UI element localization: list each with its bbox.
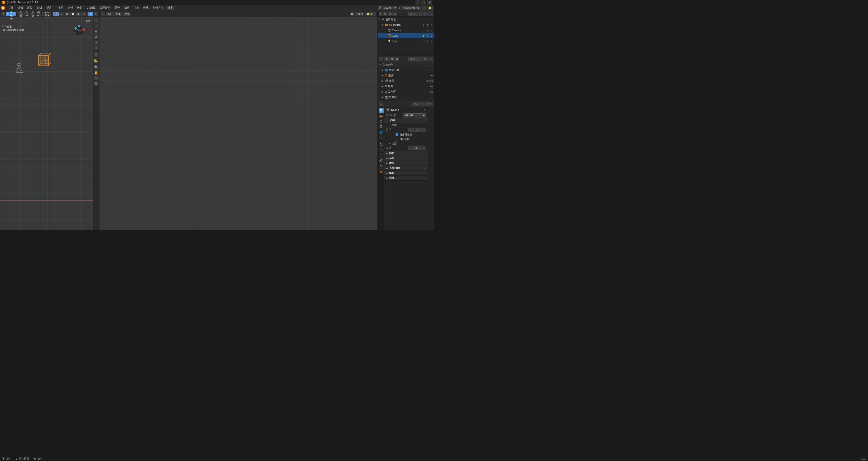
menu-render[interactable]: 渲染 [25,6,34,10]
viewport[interactable]: ⌖ ⬡ 物体模式 ▾ 视图 选择 添加 物体 ▸ 全局 ▾ 🧲 ⊙ [0,11,99,230]
select-menu-btn[interactable]: 选择 [24,12,29,16]
menu-compositing[interactable]: 合成 [141,6,150,10]
data-browser-filter[interactable]: ▽ [423,57,427,61]
outliner-scene-collection[interactable]: ▼ ⊞ 场景集合 [378,17,434,22]
transform-btn[interactable]: ▸ 全局 ▾ [43,12,51,16]
curves-section-header[interactable]: ▶ 曲线 [384,176,428,181]
outliner-all-scenes-btn[interactable]: ⊞ [383,11,388,16]
props-scene-icon[interactable]: 🎬 [379,124,383,129]
data-browser-search[interactable] [408,57,422,61]
outliner-camera[interactable]: 📷 Camera 👁 ⊙ [378,28,434,33]
center-template-menu[interactable]: 模板 [123,12,131,16]
viewport-shading-solid[interactable]: ⬤ [70,12,75,16]
tool-measure[interactable]: 📐 [94,58,98,63]
db-filter-icons[interactable]: ⊟ [395,57,399,61]
props-data-icon[interactable]: ⊞ [379,164,383,169]
menu-help[interactable]: 帮助 [44,6,53,10]
light-restrict-viewport[interactable]: 👁 [426,39,429,43]
render-engine-select[interactable]: EEVEE Cycles Workbench [403,113,426,118]
db-world-item[interactable]: ▶ 🌐 世界环境 ⊙ [378,67,434,73]
menu-texture-paint[interactable]: 纹理绘制 [98,6,112,10]
db-screen-item[interactable]: ▶ ⊟ 屏幕 ▾₁₁ [378,84,434,89]
tool-annotate[interactable]: ✏ [94,52,98,57]
temporal-reprojection-checkbox[interactable]: ✓ [396,133,398,136]
menu-edit[interactable]: 编辑 [16,6,25,10]
sampling-viewport-value[interactable]: 16 [408,128,426,132]
close-button[interactable]: ✕ [427,0,432,4]
advanced-section-header[interactable]: ▶ 高级 [384,156,428,161]
camera-restrict-render[interactable]: 👁 [426,29,429,32]
light-restrict-select[interactable]: ⊙ [430,39,433,43]
menu-window[interactable]: 窗口 [35,6,44,10]
center-view-menu[interactable]: 视图 [106,12,114,16]
props-object-icon[interactable]: ⬡ [379,135,383,140]
center-open-btn[interactable]: 📁 打开 [365,12,376,16]
props-editor-type[interactable]: ⌖ [379,102,383,106]
viewport-shading-rendered[interactable]: ◌ [81,12,86,16]
outliner-editor-type[interactable]: ⌖ [379,11,382,16]
outliner-cube[interactable]: Cube ⚡ 👁 ⊙ [378,33,434,38]
view-camera[interactable]: 🎥 [94,75,98,80]
new-render-button[interactable]: + [422,6,426,10]
sampling-section-header[interactable]: ▼ 采样 [384,118,428,123]
db-workspace-item[interactable]: ▶ ⊞ 工作区 ▾₁₁ [378,89,434,94]
menu-file[interactable]: 文件 [6,6,16,10]
outliner-view-layer-btn[interactable]: ◫ [393,11,397,16]
tool-rotate[interactable]: ↺ [94,34,98,39]
data-browser-options[interactable]: ⋮ [428,57,433,61]
camera-restrict-viewport[interactable]: ⊙ [430,29,433,32]
center-new-btn[interactable]: + 新建 [355,12,364,16]
props-search[interactable] [412,102,428,106]
menu-geometry-nodes[interactable]: 几何节点 [151,6,165,10]
collection-restrict-viewport[interactable]: 👁 [426,23,429,26]
clamping-section-header[interactable]: ▶ 钳制 [384,161,428,166]
props-physics-icon[interactable]: ⊙ [379,153,383,158]
proportional-btn[interactable]: ⊙ [59,12,64,16]
db-image-item[interactable]: ▶ 🖼 图像 ▾₂ [378,73,434,78]
outliner-collection[interactable]: ▼ Collection ✓ 👁 ⊙ [378,22,434,28]
props-render-icon[interactable]: 🖼 [379,108,383,113]
tool-transform[interactable]: ⊞ [94,45,98,50]
menu-render2[interactable]: 渲染 [132,6,141,10]
viewport-display-btn[interactable]: ⊠ [65,12,70,16]
menu-layout[interactable]: 布局 [56,6,65,10]
db-list-view[interactable]: ⊞ [384,57,389,61]
props-constraints-icon[interactable]: 🔗 [379,158,383,163]
gizmo-btn[interactable]: ⌖ [94,12,98,16]
menu-sculpt[interactable]: 雕刻 [75,6,84,10]
viewlayer-select[interactable]: ViewLayer [401,6,421,10]
center-shading-btn[interactable]: ⊠ [350,12,354,16]
tool-cursor[interactable]: ✛ [94,24,98,29]
menu-shading[interactable]: 着色 [113,6,122,10]
viewport-mode-icon[interactable]: ⌖ [1,12,5,16]
minimize-button[interactable]: — [415,0,421,4]
render-sampling-value[interactable]: 64 [408,146,426,151]
cube-restrict-render[interactable]: 👁 [426,34,429,37]
axis-gizmo[interactable]: X Y Z [73,25,85,36]
data-browser-editor-type[interactable]: ⌖ [379,57,383,61]
outliner-light[interactable]: 💡 Light ⊙ 👁 ⊙ [378,38,434,44]
props-filter-btn[interactable]: ▽ [428,102,433,106]
object-mode-dropdown[interactable]: ⬡ 物体模式 ▾ [6,12,16,16]
props-view-layer-icon[interactable]: ◫ [379,119,383,124]
menu-scripting[interactable]: 脚本 [166,6,175,10]
overlay-btn[interactable]: ⊙ [88,12,93,16]
raytracing-section-header[interactable]: ▶ 光线追踪 ≡ [384,166,428,171]
open-render-button[interactable]: 📁 [427,6,433,10]
raytracing-options-icon[interactable]: ≡ [425,167,426,169]
scene-close-icon[interactable]: ✕ [424,108,426,111]
props-world-icon[interactable]: 🌐 [379,130,383,135]
outliner-options-btn[interactable]: ⋮ [428,11,433,16]
props-material-icon[interactable]: ◉ [379,169,383,174]
shadow-section-header[interactable]: ▶ 阴影 [384,151,428,156]
cube-modifier-icon[interactable]: ⚡ [422,34,426,37]
tool-move[interactable]: ✥ [94,29,98,34]
maximize-button[interactable]: □ [421,0,426,4]
add-menu-btn[interactable]: 添加 [30,12,35,16]
collection-restrict-render[interactable]: ✓ [422,23,426,26]
outliner-scene-btn[interactable]: □ [388,11,392,16]
scene-select[interactable]: Scene [382,6,397,10]
menu-animation[interactable]: 动画 [122,6,131,10]
tool-select[interactable]: ⊹ [94,18,98,23]
center-editor-type[interactable]: ⌖ [101,12,105,16]
